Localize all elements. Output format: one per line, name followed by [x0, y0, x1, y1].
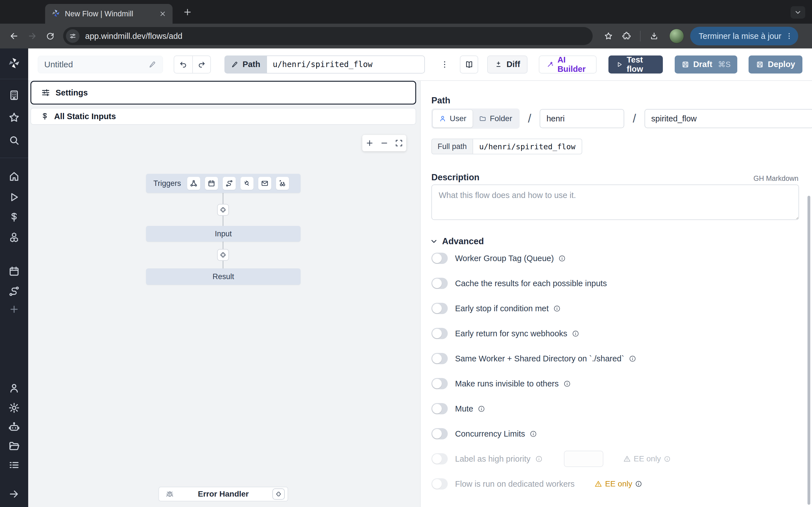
flow-name-field[interactable]: Untitled	[38, 56, 163, 73]
dedicated-workers-toggle[interactable]	[432, 478, 448, 490]
draft-button[interactable]: Draft ⌘S	[675, 55, 738, 73]
input-node[interactable]: Input	[146, 226, 301, 242]
info-icon[interactable]	[558, 255, 566, 262]
sidebar-item-schedules-calendar-icon[interactable]	[6, 263, 22, 279]
advanced-section-toggle[interactable]: Advanced	[430, 236, 484, 246]
sidebar-item-routes-icon[interactable]	[6, 283, 22, 299]
sidebar-item-resources-cubes-icon[interactable]	[6, 230, 22, 245]
http-route-trigger-icon[interactable]	[223, 177, 236, 190]
info-icon[interactable]	[553, 305, 561, 313]
bookmark-star-icon[interactable]	[599, 27, 617, 45]
insert-step-button[interactable]	[217, 204, 229, 216]
info-icon[interactable]	[629, 355, 637, 362]
toggle-label: Make runs invisible to others	[455, 379, 559, 388]
user-tab-label: User	[450, 114, 466, 123]
tab-search-chevron-icon[interactable]	[791, 6, 805, 18]
new-tab-button[interactable]	[183, 7, 192, 17]
cache-results-toggle[interactable]	[432, 278, 448, 289]
chrome-menu-kebab-icon[interactable]	[785, 32, 793, 40]
extensions-puzzle-icon[interactable]	[617, 27, 636, 45]
url-bar[interactable]: app.windmill.dev/flows/add	[63, 27, 593, 45]
path-name-input[interactable]	[645, 109, 812, 128]
sidebar-item-add-plus-icon[interactable]	[6, 301, 22, 317]
priority-value-input[interactable]	[564, 451, 603, 467]
early-return-toggle[interactable]	[432, 328, 448, 339]
fit-view-icon[interactable]	[395, 139, 403, 147]
sidebar-item-settings-gear-icon[interactable]	[6, 400, 22, 416]
error-handler-node[interactable]: Error Handler	[158, 487, 288, 501]
user-tab[interactable]: User	[433, 110, 473, 128]
screen: New Flow | Windmill app.wi	[0, 0, 812, 507]
path-slash: /	[528, 112, 531, 125]
redo-button[interactable]	[192, 56, 211, 73]
toggle-label: Same Worker + Shared Directory on `./sha…	[455, 354, 624, 363]
schedule-trigger-calendar-icon[interactable]	[205, 177, 218, 190]
sidebar-item-workers-robot-icon[interactable]	[6, 419, 22, 435]
test-flow-button[interactable]: Test flow	[608, 55, 663, 73]
deploy-label: Deploy	[768, 60, 795, 69]
sidebar-item-workspace[interactable]	[6, 87, 22, 103]
browser-tab[interactable]: New Flow | Windmill	[45, 4, 172, 24]
path-owner-input[interactable]	[540, 109, 624, 128]
email-trigger-icon[interactable]	[258, 177, 271, 190]
panel-scrollbar[interactable]	[808, 196, 810, 505]
settings-panel-button[interactable]: Settings	[31, 81, 416, 105]
mute-toggle[interactable]	[432, 403, 448, 414]
info-icon[interactable]	[563, 380, 571, 388]
folder-tab[interactable]: Folder	[473, 110, 518, 128]
poll-binoculars-trigger-icon[interactable]	[276, 177, 289, 190]
chrome-update-button[interactable]: Terminer la mise à jour	[690, 27, 798, 45]
profile-avatar[interactable]	[669, 29, 684, 43]
browser-navbar: app.windmill.dev/flows/add Terminer la m…	[0, 24, 812, 48]
invisible-runs-toggle[interactable]	[432, 378, 448, 389]
back-button[interactable]	[5, 27, 23, 45]
draft-label: Draft	[693, 60, 712, 69]
info-icon[interactable]	[529, 430, 537, 438]
path-row: User Folder / /	[432, 108, 812, 129]
concurrency-limits-toggle[interactable]	[432, 428, 448, 439]
websocket-plug-trigger-icon[interactable]	[241, 177, 253, 190]
same-worker-toggle[interactable]	[432, 353, 448, 364]
early-stop-toggle[interactable]	[432, 303, 448, 314]
sidebar-collapse-arrow-icon[interactable]	[6, 486, 22, 502]
info-icon[interactable]	[572, 330, 579, 337]
all-static-inputs-button[interactable]: All Static Inputs	[31, 108, 416, 125]
info-icon[interactable]	[535, 455, 543, 463]
deploy-button[interactable]: Deploy	[749, 55, 802, 73]
path-input[interactable]	[267, 55, 425, 73]
download-icon[interactable]	[645, 27, 663, 45]
zoom-in-icon[interactable]	[365, 139, 374, 147]
add-error-handler-button[interactable]	[272, 489, 285, 500]
insert-step-button[interactable]	[217, 249, 229, 261]
site-settings-icon[interactable]	[66, 29, 80, 43]
sidebar-item-favorites-star-icon[interactable]	[6, 110, 22, 125]
worker-group-tag-toggle[interactable]	[432, 252, 448, 264]
docs-book-button[interactable]	[460, 55, 478, 73]
undo-button[interactable]	[174, 56, 192, 73]
path-button[interactable]: Path	[224, 55, 267, 73]
zoom-out-icon[interactable]	[380, 139, 389, 147]
reload-button[interactable]	[41, 27, 59, 45]
sidebar-item-folders-icon[interactable]	[6, 438, 22, 454]
sidebar-item-logs-list-icon[interactable]	[6, 457, 22, 473]
diff-button[interactable]: Diff	[487, 55, 527, 73]
edit-pencil-icon[interactable]	[149, 61, 156, 68]
sidebar-item-user-icon[interactable]	[6, 380, 22, 396]
ai-builder-button[interactable]: AI Builder	[539, 55, 597, 73]
trigger-type-buttons	[187, 177, 289, 190]
sidebar-item-variables-dollar-icon[interactable]	[6, 209, 22, 225]
sidebar-item-search-icon[interactable]	[6, 132, 22, 148]
sidebar-item-runs-play-icon[interactable]	[6, 189, 22, 205]
sidebar-item-home-icon[interactable]	[6, 168, 22, 184]
triggers-node[interactable]: Triggers	[146, 174, 301, 193]
result-node[interactable]: Result	[146, 269, 301, 285]
windmill-logo-icon[interactable]	[6, 55, 22, 71]
forward-button[interactable]	[23, 27, 41, 45]
tab-close-icon[interactable]	[159, 10, 166, 17]
webhook-trigger-icon[interactable]	[187, 177, 200, 190]
high-priority-toggle[interactable]	[432, 453, 448, 464]
info-icon[interactable]	[477, 405, 485, 413]
toggle-label: Early stop if condition met	[455, 304, 549, 313]
more-options-kebab-icon[interactable]	[440, 60, 450, 69]
description-textarea[interactable]	[432, 184, 799, 220]
